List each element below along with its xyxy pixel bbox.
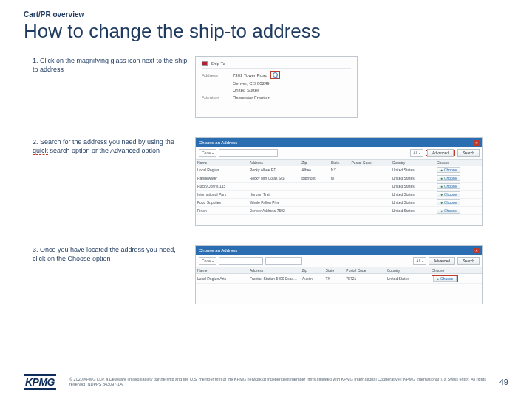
search-button[interactable]: Search xyxy=(457,149,480,157)
highlight-box: Choose xyxy=(432,275,458,282)
table-row: RangewaterRocky Mtn Colas ScoBigmontMTUn… xyxy=(196,174,482,183)
highlight-box xyxy=(270,71,280,79)
copyright-text: © 2020 KPMG LLP, a Delaware limited liab… xyxy=(69,377,489,387)
section-label: Cart/PR overview xyxy=(24,10,508,18)
step-1: 1. Click on the magnifying glass icon ne… xyxy=(33,56,508,118)
page-title: How to change the ship-to address xyxy=(24,20,508,43)
close-icon[interactable]: × xyxy=(474,248,480,253)
screenshot-search-table: Choose an Address× Code All Advanced Sea… xyxy=(195,137,483,226)
kpmg-logo: KPMG xyxy=(24,374,56,390)
step-number: 3. xyxy=(33,246,38,253)
dialog-title: Choose an Address xyxy=(199,140,237,145)
code-dropdown[interactable]: Code xyxy=(199,149,216,157)
column-header: Country xyxy=(386,267,430,274)
choose-button[interactable]: Choose xyxy=(437,191,460,197)
choose-button[interactable]: Choose xyxy=(433,276,457,282)
address-table: NameAddressZipStatePostal CodeCountryCho… xyxy=(196,160,482,215)
step-number: 2. xyxy=(33,138,38,146)
step-instruction: Once you have located the address you ne… xyxy=(33,246,176,262)
code-dropdown[interactable]: Code xyxy=(199,257,216,265)
column-header: Name xyxy=(196,160,248,166)
flag-icon xyxy=(202,61,208,66)
column-header: Postal Code xyxy=(344,267,385,274)
column-header: Address xyxy=(248,160,301,166)
table-row: PinonDenver Address 7592United StatesCho… xyxy=(196,207,482,215)
search-button[interactable]: Search xyxy=(457,257,480,265)
address-label: Address xyxy=(202,73,233,78)
step-2: 2. Search for the address you need by us… xyxy=(33,137,508,226)
column-header: Choose xyxy=(430,267,482,274)
column-header: Address xyxy=(248,267,301,274)
column-header: State xyxy=(324,267,345,274)
choose-button[interactable]: Choose xyxy=(437,167,460,173)
address-table: NameAddressZipStatePostal CodeCountryCho… xyxy=(196,267,482,284)
column-header: Zip xyxy=(300,160,329,166)
screenshot-choose-row: Choose an Address× Code All Advanced Sea… xyxy=(195,245,483,304)
step-3: 3. Once you have located the address you… xyxy=(33,245,508,304)
table-row: Local Region ArtsFrontier Station 5400 E… xyxy=(196,274,482,284)
column-header: Postal Code xyxy=(350,160,391,166)
page-number: 49 xyxy=(499,378,508,386)
choose-button[interactable]: Choose xyxy=(437,208,460,214)
attention-label: Attention xyxy=(202,95,233,100)
step-instruction: Click on the magnifying glass icon next … xyxy=(33,57,187,73)
column-header: State xyxy=(330,160,350,166)
all-dropdown[interactable]: All xyxy=(410,149,423,157)
table-row: Rocky Johns 115United StatesChoose xyxy=(196,183,482,191)
search-input[interactable] xyxy=(219,149,278,157)
close-icon[interactable]: × xyxy=(474,140,480,146)
dialog-title: Choose an Address xyxy=(199,248,237,253)
magnifying-glass-icon[interactable] xyxy=(273,72,278,78)
step-instruction: Search for the address you need by using… xyxy=(33,138,174,155)
advanced-button[interactable]: Advanced xyxy=(427,149,454,157)
address-line3: United States xyxy=(233,88,259,92)
screenshot-shipto: Ship To Address 7301 Tower Road Denver, … xyxy=(195,56,358,118)
table-row: Food SuppliesWhole Fallen PineUnited Sta… xyxy=(196,199,482,207)
column-header: Name xyxy=(196,267,248,274)
advanced-button[interactable]: Advanced xyxy=(429,257,455,265)
choose-button[interactable]: Choose xyxy=(437,200,460,205)
column-header: Country xyxy=(391,160,435,166)
address-line1: 7301 Tower Road xyxy=(233,73,267,78)
choose-button[interactable]: Choose xyxy=(437,183,460,189)
choose-button[interactable]: Choose xyxy=(437,175,460,181)
address-line2: Denver, CO 80249 xyxy=(233,81,270,86)
table-row: International ParkHorizon TrailUnited St… xyxy=(196,191,482,199)
step-number: 1. xyxy=(33,57,38,64)
all-dropdown[interactable]: All xyxy=(413,257,426,265)
column-header: Choose xyxy=(435,160,482,166)
search-input-2[interactable] xyxy=(265,257,302,265)
attention-value: Racuestar Frontier xyxy=(233,95,270,100)
shipto-header: Ship To xyxy=(211,61,225,66)
search-input[interactable] xyxy=(219,257,263,265)
column-header: Zip xyxy=(301,267,324,274)
table-row: Local RegionRocky Albee RDAlbeeNYUnited … xyxy=(196,166,482,174)
